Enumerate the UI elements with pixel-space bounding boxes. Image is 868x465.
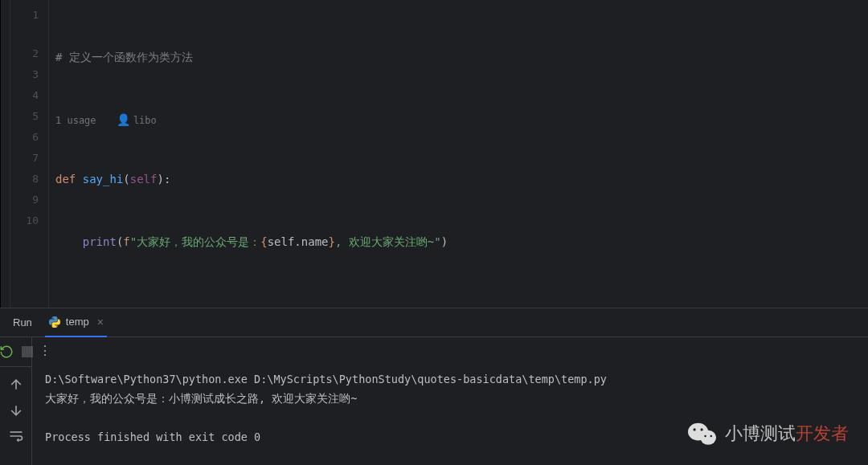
svg-point-3	[693, 428, 695, 430]
author-hint[interactable]: libo	[133, 115, 157, 126]
console-command-line: D:\Software\Python37\python.exe D:\MyScr…	[45, 369, 855, 389]
svg-point-2	[700, 430, 716, 445]
run-top-bar: ⋮	[32, 337, 868, 363]
line-number: 4	[10, 85, 39, 106]
run-tool-label[interactable]: Run	[13, 316, 32, 328]
code-area[interactable]: # 定义一个函数作为类方法 1 usage 👤libo def say_hi(s…	[49, 0, 868, 308]
line-number: 1	[10, 5, 39, 26]
editor-left-margin	[1, 0, 10, 308]
wechat-icon	[688, 422, 717, 446]
line-number: 8	[10, 169, 39, 190]
line-number: 3	[10, 64, 39, 85]
console-output[interactable]: D:\Software\Python37\python.exe D:\MyScr…	[32, 363, 868, 465]
line-number: 10	[10, 210, 39, 231]
python-file-icon	[48, 316, 61, 328]
run-tab-label: temp	[66, 316, 89, 328]
line-number: 7	[10, 148, 39, 169]
usage-hint[interactable]: 1 usage	[55, 115, 96, 126]
close-tab-icon[interactable]: ×	[97, 316, 104, 328]
run-content: ⋮ D:\Software\Python37\python.exe D:\MyS…	[32, 337, 868, 465]
stop-icon[interactable]	[22, 344, 33, 360]
soft-wrap-icon[interactable]	[8, 428, 24, 444]
editor-area: 1 2 3 4 5 6 7 8 9 10 # 定义一个函数作为类方法 1 usa…	[0, 0, 868, 308]
svg-point-6	[710, 435, 713, 438]
console-stdout-line: 大家好，我的公众号是：小博测试成长之路, 欢迎大家关注哟~	[45, 389, 855, 408]
run-tabs-row: Run temp ×	[0, 308, 868, 337]
more-actions-icon[interactable]: ⋮	[39, 343, 53, 358]
run-side-toolbar	[0, 337, 32, 465]
watermark-text: 小博测试开发者	[725, 422, 849, 446]
run-panel: Run temp ×	[0, 308, 868, 465]
line-number: 5	[10, 106, 39, 127]
code-line-3[interactable]: print(f"大家好，我的公众号是：{self.name}, 欢迎大家关注哟~…	[55, 231, 868, 252]
line-number: 6	[10, 127, 39, 148]
line-number: 2	[10, 43, 39, 64]
svg-point-4	[700, 428, 702, 430]
comment-text: # 定义一个函数作为类方法	[55, 51, 193, 63]
person-icon: 👤	[117, 113, 130, 126]
up-arrow-icon[interactable]	[8, 377, 24, 393]
code-line-1[interactable]: # 定义一个函数作为类方法	[55, 47, 868, 67]
code-line-4[interactable]	[55, 294, 868, 308]
watermark: 小博测试开发者	[688, 422, 849, 446]
gutter: 1 2 3 4 5 6 7 8 9 10	[10, 0, 49, 308]
code-line-2[interactable]: def say_hi(self):	[55, 169, 868, 190]
rerun-icon[interactable]	[0, 344, 14, 360]
gutter-hint-spacer	[10, 26, 39, 43]
down-arrow-icon[interactable]	[8, 402, 24, 418]
run-tab-temp[interactable]: temp ×	[45, 308, 107, 337]
inlay-hints: 1 usage 👤libo	[55, 109, 868, 127]
line-number: 9	[10, 190, 39, 210]
run-body: ⋮ D:\Software\Python37\python.exe D:\MyS…	[0, 337, 868, 465]
svg-point-5	[704, 435, 706, 438]
